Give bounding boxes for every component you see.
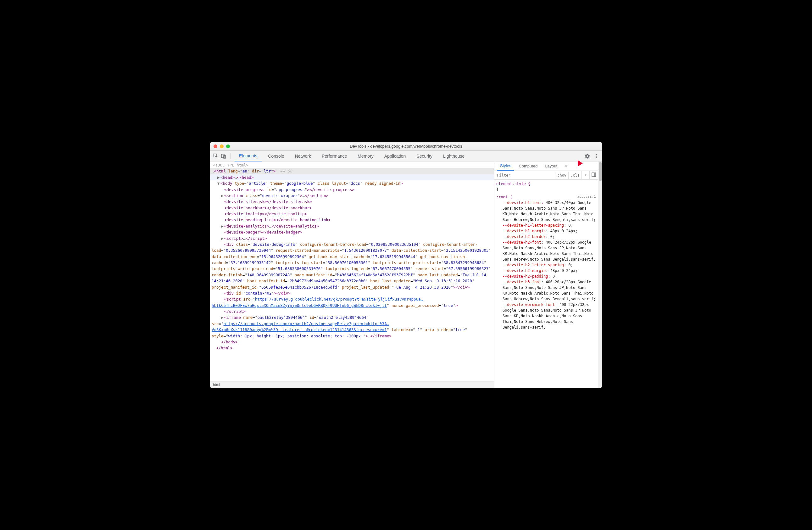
tab-security[interactable]: Security xyxy=(412,151,437,162)
styles-toolbar: :hov .cls ＋ xyxy=(494,171,598,180)
tab-memory[interactable]: Memory xyxy=(353,151,378,162)
toolbar-separator xyxy=(231,153,231,159)
titlebar: DevTools - developers.google.com/web/too… xyxy=(210,142,602,151)
styles-filter-input[interactable] xyxy=(494,172,555,179)
hov-toggle[interactable]: :hov xyxy=(555,172,568,179)
settings-gear-icon[interactable] xyxy=(584,153,591,159)
scrollbar-thumb[interactable] xyxy=(599,162,602,181)
more-menu-icon[interactable] xyxy=(593,153,600,159)
new-style-rule-icon[interactable]: ＋ xyxy=(581,171,589,179)
styles-tabs: Styles Computed Layout » xyxy=(494,162,598,171)
tab-elements[interactable]: Elements xyxy=(235,151,262,162)
minimize-window-button[interactable] xyxy=(220,144,223,148)
traffic-lights xyxy=(210,144,230,148)
dom-tree[interactable]: <!DOCTYPE html>…<html lang="en" dir="ltr… xyxy=(210,162,494,381)
inspect-element-icon[interactable] xyxy=(212,153,219,159)
computed-sidebar-icon[interactable] xyxy=(589,171,598,179)
styles-tab-layout[interactable]: Layout xyxy=(542,162,561,170)
maximize-window-button[interactable] xyxy=(226,144,230,148)
dom-panel: <!DOCTYPE html>…<html lang="en" dir="ltr… xyxy=(210,162,494,388)
svg-point-3 xyxy=(596,154,597,155)
cls-toggle[interactable]: .cls xyxy=(568,172,581,179)
breadcrumb-item[interactable]: html xyxy=(213,383,220,387)
window-title: DevTools - developers.google.com/web/too… xyxy=(210,144,602,149)
device-toolbar-icon[interactable] xyxy=(220,153,227,159)
svg-point-5 xyxy=(596,157,597,158)
tab-application[interactable]: Application xyxy=(380,151,410,162)
main-toolbar: Elements Console Network Performance Mem… xyxy=(210,151,602,162)
styles-panel: Styles Computed Layout » :hov .cls ＋ ele… xyxy=(494,162,598,388)
styles-body[interactable]: element.style {}app.css:1:root {--devsit… xyxy=(494,180,598,388)
styles-tab-styles[interactable]: Styles xyxy=(497,162,514,171)
close-window-button[interactable] xyxy=(214,144,217,148)
content-row: <!DOCTYPE html>…<html lang="en" dir="ltr… xyxy=(210,162,602,388)
scrollbar[interactable] xyxy=(598,162,602,388)
tab-network[interactable]: Network xyxy=(291,151,316,162)
devtools-window: DevTools - developers.google.com/web/too… xyxy=(210,142,602,388)
svg-rect-6 xyxy=(592,173,596,177)
styles-tab-computed[interactable]: Computed xyxy=(516,162,541,170)
tab-performance[interactable]: Performance xyxy=(317,151,351,162)
styles-tabs-overflow-icon[interactable]: » xyxy=(562,162,570,170)
tab-lighthouse[interactable]: Lighthouse xyxy=(439,151,469,162)
svg-point-4 xyxy=(596,155,597,156)
breadcrumb-bar[interactable]: html xyxy=(210,381,494,388)
tab-console[interactable]: Console xyxy=(263,151,288,162)
